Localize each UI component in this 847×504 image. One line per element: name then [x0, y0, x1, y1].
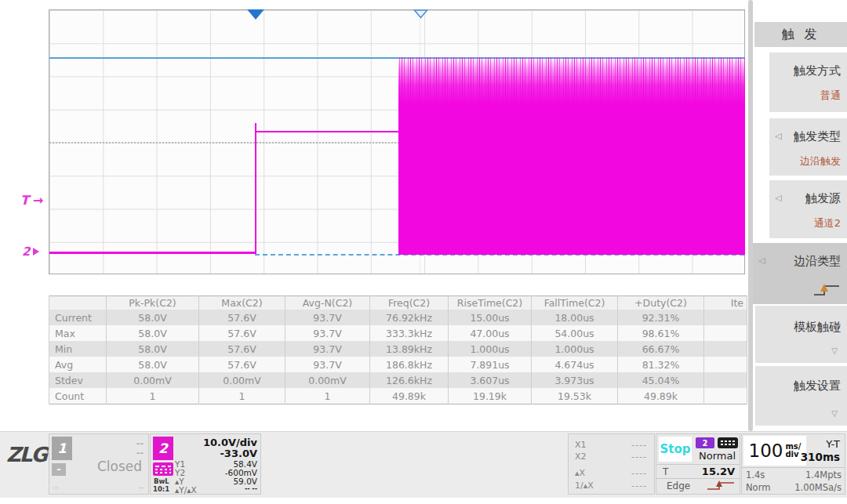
divider — [742, 467, 845, 468]
cursor-value: ---- — [631, 480, 647, 491]
status-bar: ZLG® 1 -- -- - Closed -:- -- 2 10.0V/div… — [0, 431, 847, 498]
sidebar-item-template-touch[interactable]: 模板触碰 ▽ — [755, 306, 847, 363]
cell: 15.00us — [449, 310, 532, 325]
trigger-level-label: T — [20, 193, 29, 208]
table-row: Stdev 0.00mV 0.00mV 0.00mV 126.6kHz 3.60… — [49, 372, 747, 388]
cursor-dydx-row: ▴Y/▴X -- -- — [175, 485, 257, 495]
sidebar-item-trigger-mode[interactable]: 触发方式 普通 — [769, 53, 847, 112]
cursor-label: X1 — [575, 440, 587, 450]
cursor-value: ---- — [631, 451, 647, 462]
cursor-label: ▴X — [575, 468, 585, 478]
sidebar-item-label: 触发设置 — [794, 379, 841, 393]
cell: 93.7V — [285, 341, 370, 357]
sidebar-item-trigger-source[interactable]: ◁ 触发源 通道2 — [769, 180, 847, 238]
ch2-level-label: 2 — [22, 245, 30, 259]
channel1-offset-placeholder: -- — [136, 448, 144, 458]
cell: 3.973us — [532, 372, 618, 388]
cell — [704, 310, 747, 325]
cell: 19.19k — [449, 388, 532, 404]
channel1-footer-right: -- — [139, 484, 144, 491]
column-header: Avg-N(C2) — [285, 296, 370, 310]
trigger-time-marker-icon[interactable] — [247, 9, 264, 20]
divider — [656, 478, 740, 479]
cursor-value: -- -- — [245, 485, 257, 495]
cell: 333.3kHz — [370, 325, 449, 341]
cell: 13.89kHz — [370, 341, 449, 357]
cell: 98.61% — [618, 325, 704, 341]
cell: 7.891us — [449, 357, 532, 372]
channel1-status-block[interactable]: 1 -- -- - Closed -:- -- — [49, 433, 149, 495]
channel2-status-block[interactable]: 2 10.0V/div -33.0V BwL 10:1 Y1 58.4V Y2 … — [150, 433, 261, 495]
column-header: RiseTime(C2) — [449, 296, 532, 310]
sidebar-item-label: 边沿类型 — [794, 254, 841, 269]
cursor-x2-row: X2 ---- — [575, 451, 647, 462]
cell: 126.6kHz — [370, 372, 449, 388]
sidebar-item-edge-type[interactable]: ◁ 边沿类型 — [753, 243, 847, 304]
display-mode: Y-T — [826, 438, 840, 450]
chevron-down-icon: ▽ — [831, 346, 838, 355]
row-label: Stdev — [49, 372, 107, 388]
channel2-badge: 2 — [153, 437, 173, 460]
pattern-icon — [718, 437, 738, 448]
rising-edge-icon — [706, 480, 736, 492]
trigger-kind: Edge — [667, 480, 690, 491]
acquisition-state[interactable]: Stop — [659, 437, 692, 462]
trigger-delay: 310ms — [801, 451, 840, 463]
timebase-unit: ms/ div — [785, 443, 801, 459]
channel2-offset: -33.0V — [220, 448, 257, 459]
cell: 58.0V — [107, 341, 199, 357]
right-triangle-icon — [33, 248, 39, 256]
cell: 0.00mV — [107, 372, 199, 388]
column-header — [49, 296, 107, 310]
rising-edge-icon — [812, 282, 841, 298]
sidebar-scrollbar[interactable] — [748, 0, 753, 431]
channel1-footer-left: -:- — [53, 484, 59, 491]
bandwidth-limit-label: BwL — [154, 477, 169, 485]
left-arrow-icon: ◁ — [775, 193, 781, 203]
x-cursor-block[interactable]: X1 ---- X2 ---- ▴X ---- 1/▴X ---- — [568, 433, 655, 495]
column-header: Freq(C2) — [370, 296, 449, 310]
table-header-row: Pk-Pk(C2) Max(C2) Avg-N(C2) Freq(C2) Ris… — [49, 296, 747, 310]
channel1-minus-badge: - — [52, 463, 66, 476]
probe-ratio-label: 10:1 — [153, 485, 169, 493]
cursor-inv-dx-row: 1/▴X ---- — [575, 480, 647, 491]
cell — [704, 325, 747, 341]
left-arrow-icon: ◁ — [758, 256, 765, 266]
cell: 1 — [107, 388, 199, 404]
cell: 66.67% — [618, 341, 704, 357]
channel1-state: Closed — [97, 459, 142, 474]
channel2-scale: 10.0V/div — [203, 437, 257, 448]
channel1-badge: 1 — [52, 437, 72, 460]
timebase-scale[interactable]: 100 ms/ div — [743, 436, 806, 466]
column-header: Pk-Pk(C2) — [107, 296, 199, 310]
waveform-plot[interactable] — [49, 9, 745, 274]
cell — [704, 341, 747, 357]
left-arrow-icon: ◁ — [775, 131, 781, 141]
timebase-block[interactable]: 100 ms/ div Y-T 310ms 1.4s 1.4Mpts Norm … — [741, 433, 845, 495]
timebase-number: 100 — [749, 441, 783, 461]
cell: 4.674us — [532, 357, 618, 372]
sample-rate: 1.00MSa/s — [794, 482, 842, 493]
cell: 1.000us — [449, 341, 532, 357]
ch2-baseline-trace — [49, 252, 256, 254]
sidebar-item-trigger-type[interactable]: ◁ 触发类型 边沿触发 — [769, 118, 847, 176]
trigger-position-marker-icon[interactable] — [413, 9, 428, 19]
sidebar-item-label: 触发方式 — [794, 63, 841, 78]
measurement-grid: Pk-Pk(C2) Max(C2) Avg-N(C2) Freq(C2) Ris… — [49, 296, 747, 404]
cell: 58.0V — [107, 357, 199, 372]
cell: 57.6V — [199, 357, 285, 372]
trigger-level-marker[interactable]: T→ — [20, 193, 43, 208]
cursor-value: ---- — [631, 468, 647, 478]
channel2-coupling-icon — [153, 462, 173, 476]
sidebar-item-value: 通道2 — [814, 216, 841, 230]
column-header: Max(C2) — [199, 296, 285, 310]
divider — [656, 464, 740, 465]
cell — [704, 357, 747, 372]
sidebar-item-trigger-settings[interactable]: 触发设置 ▽ — [755, 366, 847, 426]
row-label: Min — [49, 341, 107, 357]
trigger-status-block[interactable]: Stop 2 Normal T 15.2V Edge — [656, 433, 740, 495]
cell: 0.00mV — [199, 372, 285, 388]
ch2-burst-trace — [398, 57, 745, 255]
ch2-level-marker[interactable]: 2 — [22, 245, 39, 259]
sidebar-title: 触 发 — [754, 22, 847, 47]
